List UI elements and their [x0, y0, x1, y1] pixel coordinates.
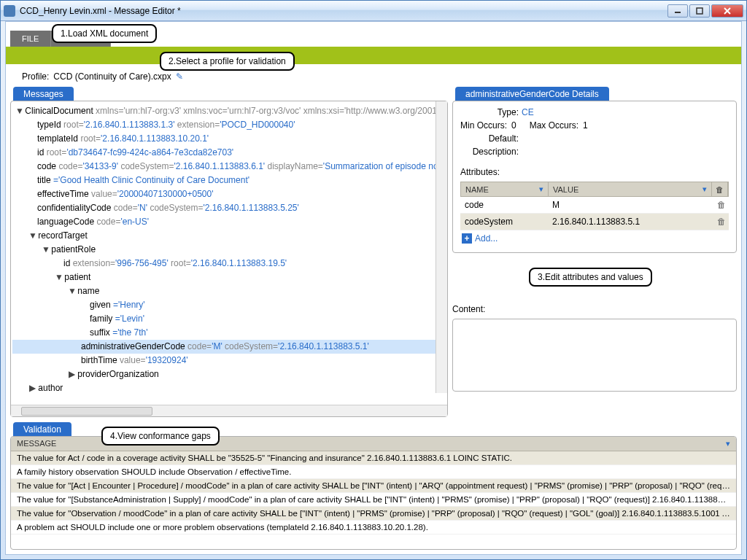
description-value: [522, 147, 729, 157]
default-label: Default:: [460, 133, 519, 144]
callout-2: 2.Select a profile for validation: [160, 52, 295, 71]
delete-row-icon[interactable]: 🗑: [713, 215, 729, 228]
profile-label: Profile:: [22, 71, 49, 82]
validation-row[interactable]: A problem act SHOULD include one or more…: [11, 521, 736, 534]
filter-icon[interactable]: ▾: [726, 439, 730, 448]
description-label: Description:: [460, 147, 519, 157]
validation-row[interactable]: The value for Act / code in a coverage a…: [11, 451, 736, 465]
xml-tree[interactable]: ▼ ClinicalDocument xmlns='urn:hl7-org:v3…: [11, 101, 447, 405]
window-title: CCD_Henry Levin.xml - Message Editor *: [20, 6, 667, 16]
content-label: Content:: [452, 304, 737, 314]
file-menu[interactable]: FILE: [10, 31, 51, 47]
selected-node: administrativeGenderCode code='M' codeSy…: [12, 340, 446, 354]
horizontal-scrollbar[interactable]: [11, 405, 447, 416]
maximize-button[interactable]: [689, 4, 710, 18]
profile-value: CCD (Continuity of Care).cxpx: [53, 71, 171, 82]
type-value: CE: [522, 107, 729, 117]
attr-name-header[interactable]: NAME▾: [461, 182, 549, 196]
vertical-scrollbar[interactable]: [436, 101, 447, 393]
add-attribute-button[interactable]: + Add...: [460, 230, 729, 246]
svg-rect-1: [697, 8, 703, 14]
callout-3: 3.Edit attributes and values: [529, 268, 652, 287]
attr-value-header[interactable]: VALUE▾: [549, 182, 712, 196]
validation-row[interactable]: A family history observation SHOULD incl…: [11, 465, 736, 479]
close-button[interactable]: [711, 4, 743, 18]
min-occurs-value: 0: [511, 120, 516, 131]
delete-all-icon[interactable]: 🗑: [712, 182, 728, 196]
validation-tab[interactable]: Validation: [13, 422, 71, 437]
callout-1: 1.Load XML document: [52, 24, 157, 43]
max-occurs-value: 1: [583, 120, 588, 131]
minimize-button[interactable]: [667, 4, 688, 18]
callout-4: 4.View conformance gaps: [101, 427, 220, 446]
delete-row-icon[interactable]: 🗑: [713, 198, 729, 211]
edit-profile-icon[interactable]: ✎: [176, 71, 183, 82]
max-occurs-label: Max Occurs:: [530, 120, 578, 131]
validation-row[interactable]: The value for "[Act | Encounter | Proced…: [11, 479, 736, 493]
attr-row[interactable]: codeSystem 2.16.840.1.113883.5.1 🗑: [460, 214, 729, 230]
min-occurs-label: Min Occurs:: [460, 120, 507, 131]
messages-tab[interactable]: Messages: [13, 87, 74, 101]
plus-icon: +: [462, 233, 472, 244]
validation-row[interactable]: The value for "Observation / moodCode" i…: [11, 507, 736, 521]
app-icon: [4, 5, 15, 17]
validation-row[interactable]: The value for "[SubstanceAdministration …: [11, 493, 736, 507]
attr-row[interactable]: code M 🗑: [460, 197, 729, 214]
attributes-label: Attributes:: [460, 167, 729, 177]
type-label: Type:: [460, 107, 519, 117]
details-tab[interactable]: administrativeGenderCode Details: [455, 87, 609, 101]
content-textarea[interactable]: [452, 319, 737, 392]
accent-bar: [6, 47, 741, 64]
default-value: [522, 133, 729, 144]
profile-row: Profile: CCD (Continuity of Care).cxpx ✎: [6, 64, 741, 86]
titlebar[interactable]: CCD_Henry Levin.xml - Message Editor *: [1, 1, 746, 21]
